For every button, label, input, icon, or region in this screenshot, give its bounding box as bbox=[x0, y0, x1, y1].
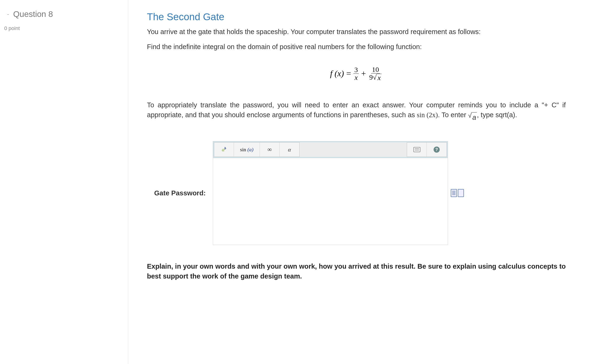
formula-display: f (x) = 3 x + 10 9√x bbox=[147, 66, 566, 81]
answer-label: Gate Password: bbox=[147, 189, 213, 197]
frac2-denominator: 9√x bbox=[368, 74, 382, 81]
answer-side-buttons bbox=[451, 189, 464, 197]
math-editor: ab sin (a) ∞ α bbox=[213, 141, 448, 245]
note-math-sin: sin (2x) bbox=[417, 111, 438, 119]
formula-plus: + bbox=[361, 68, 366, 78]
frac2-numerator: 10 bbox=[371, 66, 380, 74]
question-sidebar: - Question 8 0 point bbox=[0, 0, 128, 364]
note-math-sqrt-radicand: a bbox=[472, 112, 477, 122]
question-header-row[interactable]: - Question 8 bbox=[0, 10, 128, 19]
sin-fn: sin bbox=[240, 146, 246, 153]
note-text-post: , type sqrt(a). bbox=[477, 111, 517, 119]
frac1-numerator: 3 bbox=[353, 66, 359, 74]
frac2-den-radicand: x bbox=[377, 74, 382, 81]
sqrt-icon: √x bbox=[373, 74, 382, 81]
frac1-denominator: x bbox=[354, 74, 359, 81]
help-icon: ? bbox=[434, 146, 440, 153]
formula-fraction-1: 3 x bbox=[353, 66, 359, 81]
formula-fraction-2: 10 9√x bbox=[368, 66, 382, 81]
ab-exp: b bbox=[225, 146, 226, 150]
formula-lhs: f (x) bbox=[330, 68, 344, 78]
collapse-caret-icon[interactable]: - bbox=[7, 10, 11, 18]
question-points-label: 0 point bbox=[0, 19, 128, 31]
answer-row: Gate Password: ab sin (a) ∞ bbox=[147, 141, 566, 245]
toolbar-exponent-button[interactable]: ab bbox=[214, 143, 234, 157]
section-heading: The Second Gate bbox=[147, 11, 566, 23]
new-page-button[interactable] bbox=[458, 189, 464, 197]
toolbar-greek-button[interactable]: α bbox=[280, 143, 299, 157]
question-number-label: Question 8 bbox=[13, 10, 53, 19]
toolbar-infinity-button[interactable]: ∞ bbox=[260, 143, 280, 157]
toolbar-help-button[interactable]: ? bbox=[427, 143, 447, 157]
ab-base: a bbox=[222, 146, 225, 153]
toolbar-function-button[interactable]: sin (a) bbox=[234, 143, 260, 157]
answer-input[interactable] bbox=[213, 158, 448, 245]
note-text-mid: . To enter bbox=[438, 111, 468, 119]
frac2-den-coeff: 9 bbox=[369, 73, 373, 81]
preview-answer-button[interactable] bbox=[451, 189, 457, 197]
toolbar-keyboard-button[interactable] bbox=[407, 143, 427, 157]
keyboard-icon bbox=[413, 147, 421, 152]
note-math-sqrt: √a bbox=[468, 112, 477, 122]
note-paragraph: To appropriately translate the password,… bbox=[147, 100, 566, 122]
question-content: The Second Gate You arrive at the gate t… bbox=[128, 0, 601, 364]
infinity-icon: ∞ bbox=[267, 146, 272, 153]
editor-toolbar: ab sin (a) ∞ α bbox=[213, 141, 448, 158]
alpha-icon: α bbox=[288, 146, 291, 153]
instruction-paragraph: Find the indefinite integral on the doma… bbox=[147, 42, 566, 52]
intro-paragraph: You arrive at the gate that holds the sp… bbox=[147, 27, 566, 37]
formula-equals: = bbox=[346, 68, 351, 78]
sin-arg: (a) bbox=[247, 146, 253, 153]
explain-paragraph: Explain, in your own words and with your… bbox=[147, 261, 566, 281]
